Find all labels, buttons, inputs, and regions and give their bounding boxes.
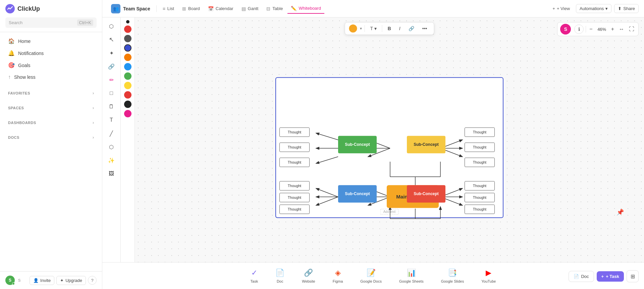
share-button[interactable]: ⬆ Share: [614, 4, 639, 13]
tab-table[interactable]: ⊟ Table: [263, 4, 286, 13]
sub-concept-green[interactable]: Sub-Concept: [338, 136, 377, 153]
help-button[interactable]: ?: [88, 276, 97, 285]
tab-calendar[interactable]: 📅 Calendar: [205, 4, 237, 13]
line-tool[interactable]: ╱: [105, 127, 117, 139]
color-red-dot[interactable]: [124, 25, 131, 33]
docs-header[interactable]: DOCS ›: [5, 133, 97, 142]
add-text-button[interactable]: Add text: [380, 209, 399, 215]
toolbar-color-button[interactable]: [349, 24, 357, 33]
zoom-fullscreen-button[interactable]: ⛶: [628, 25, 636, 33]
bottom-tool-task[interactable]: ✓ Task: [247, 267, 262, 285]
tab-gantt[interactable]: ▤ Gantt: [238, 4, 262, 13]
color-orange-dot[interactable]: [124, 54, 131, 61]
graph-tool[interactable]: ⬡: [105, 141, 117, 153]
thought-node-tl3[interactable]: Thought: [279, 158, 310, 167]
bottom-tool-youtube[interactable]: ▶ YouTube: [478, 267, 499, 285]
favorites-label: FAVORITES: [8, 91, 30, 95]
share-icon: ⬆: [618, 6, 622, 11]
sidebar-bottom: S S 👤 Invite ✦ Upgrade ?: [0, 271, 102, 289]
tab-board[interactable]: ⊞ Board: [179, 4, 203, 13]
toolbar-bold-button[interactable]: B: [385, 24, 394, 33]
logo[interactable]: ClickUp: [5, 4, 97, 13]
zoom-fit-button[interactable]: ↔: [618, 25, 626, 33]
favorites-header[interactable]: FAVORITES ›: [5, 89, 97, 98]
sticky-tool[interactable]: 🗒: [105, 101, 117, 113]
canvas[interactable]: ▾ T ▾ B I 🔗 ••• S ℹ − 46% + ↔ ⛶ �: [135, 17, 644, 289]
color-lightblue-dot[interactable]: [124, 63, 131, 70]
magic-tool[interactable]: ✨: [105, 154, 117, 166]
thought-node-br3[interactable]: Thought: [465, 205, 495, 214]
color-dark-dot[interactable]: [124, 35, 131, 42]
color-blue-dot[interactable]: [124, 44, 131, 52]
bottom-tool-google-slides[interactable]: 📑 Google Slides: [438, 267, 468, 285]
toolbar-link-button[interactable]: 🔗: [406, 24, 417, 33]
thought-node-bl3[interactable]: Thought: [279, 205, 310, 214]
view-button[interactable]: + + View: [549, 4, 573, 13]
zoom-out-button[interactable]: −: [588, 25, 594, 33]
info-button[interactable]: ℹ: [574, 24, 584, 34]
sub-concept-red[interactable]: Sub-Concept: [407, 185, 445, 203]
nav-home[interactable]: 🏠 Home: [3, 35, 99, 47]
color-pink-dot[interactable]: [124, 110, 131, 117]
thought-node-br1[interactable]: Thought: [465, 181, 495, 190]
thought-node-tl1[interactable]: Thought: [279, 127, 310, 137]
color-yellow-dot[interactable]: [124, 82, 131, 89]
bottom-tool-google-sheets[interactable]: 📊 Google Sheets: [396, 267, 427, 285]
doc-action-button[interactable]: 📄 Doc: [569, 271, 594, 282]
search-bar[interactable]: Search Ctrl+K: [5, 17, 97, 28]
text-tool[interactable]: T: [105, 114, 117, 126]
cursor-tool[interactable]: ↖: [105, 34, 117, 46]
invite-button[interactable]: 👤 Invite: [30, 276, 54, 285]
color-red2-dot[interactable]: [124, 91, 131, 99]
user-avatar-circle[interactable]: S: [560, 24, 571, 35]
user-avatar[interactable]: S: [5, 276, 15, 285]
thought-node-tr2[interactable]: Thought: [465, 142, 495, 152]
share-label: Share: [623, 6, 635, 11]
thought-node-tr3[interactable]: Thought: [465, 158, 495, 167]
color-green-dot[interactable]: [124, 72, 131, 80]
tab-calendar-label: Calendar: [216, 6, 233, 11]
youtube-tool-label: YouTube: [481, 279, 496, 283]
pin-icon[interactable]: 📌: [616, 209, 624, 216]
spaces-header[interactable]: SPACES ›: [5, 104, 97, 112]
color-black2-dot[interactable]: [124, 101, 131, 108]
rect-tool[interactable]: □: [105, 87, 117, 99]
select-tool[interactable]: ⬡: [105, 20, 117, 32]
nav-notifications[interactable]: 🔔 Notifications: [3, 47, 99, 59]
dashboards-header[interactable]: DASHBOARDS ›: [5, 118, 97, 127]
task-action-button[interactable]: + + Task: [597, 271, 624, 282]
toolbar-more-button[interactable]: •••: [420, 24, 430, 33]
toolbar-italic-button[interactable]: I: [396, 24, 403, 33]
nav-show-less[interactable]: ↑ Show less: [3, 71, 99, 83]
team-space[interactable]: 👥 Team Space: [108, 2, 154, 15]
ai-tool[interactable]: ✦: [105, 47, 117, 59]
toolbar-text-style-button[interactable]: T ▾: [368, 24, 379, 33]
thought-node-bl1[interactable]: Thought: [279, 181, 310, 190]
dashboards-arrow-icon: ›: [93, 120, 94, 125]
bottom-tool-website[interactable]: 🔗 Website: [299, 267, 319, 285]
sub-concept-blue[interactable]: Sub-Concept: [338, 185, 377, 203]
sub-concept-yellow[interactable]: Sub-Concept: [407, 136, 445, 153]
thought-node-tl2[interactable]: Thought: [279, 142, 310, 152]
tab-list[interactable]: ≡ List: [159, 4, 177, 13]
bottom-tool-figma[interactable]: ◈ Figma: [329, 267, 346, 285]
grid-action-button[interactable]: ⊞: [627, 270, 639, 282]
bottom-right-actions: 📄 Doc + + Task ⊞: [569, 270, 639, 282]
thought-node-br2[interactable]: Thought: [465, 193, 495, 202]
tab-table-label: Table: [272, 6, 283, 11]
toolbar-color-chevron[interactable]: ▾: [360, 26, 362, 31]
bottom-tool-doc[interactable]: 📄 Doc: [272, 267, 288, 285]
bottom-tool-google-docs[interactable]: 📝 Google Docs: [357, 267, 385, 285]
thought-node-bl2[interactable]: Thought: [279, 193, 310, 202]
floating-toolbar: ▾ T ▾ B I 🔗 •••: [345, 22, 434, 35]
pen-tool[interactable]: ✏: [105, 74, 117, 86]
thought-node-tr1[interactable]: Thought: [465, 127, 495, 137]
nav-home-label: Home: [18, 39, 31, 44]
tab-whiteboard[interactable]: ✏️ Whiteboard: [287, 4, 324, 14]
image-tool[interactable]: 🖼: [105, 168, 117, 180]
link-tool[interactable]: 🔗: [105, 60, 117, 72]
nav-goals[interactable]: 🎯 Goals: [3, 59, 99, 71]
automations-button[interactable]: Automations ▾: [576, 4, 611, 13]
zoom-in-button[interactable]: +: [610, 25, 615, 33]
upgrade-button[interactable]: ✦ Upgrade: [56, 276, 86, 285]
